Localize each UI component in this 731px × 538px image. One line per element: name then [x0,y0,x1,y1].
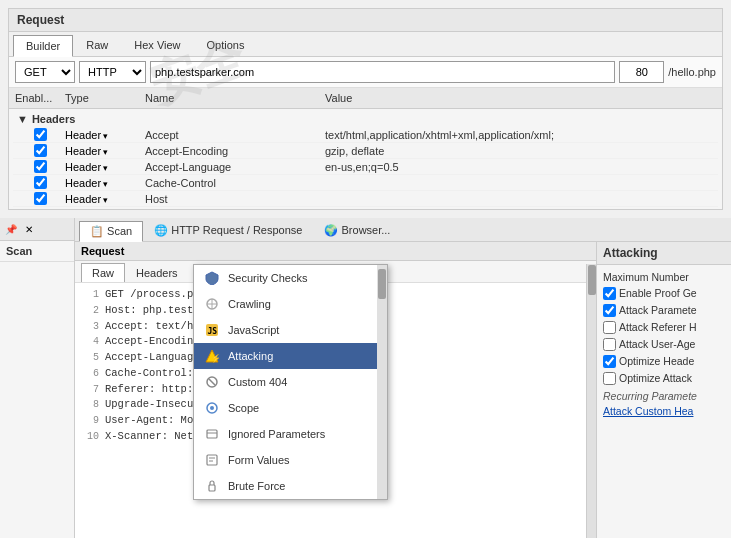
dropdown-menu: Security Checks Crawling JS J [193,264,388,500]
enable-proof-checkbox[interactable] [603,287,616,300]
svg-text:JS: JS [208,327,218,336]
attack-referer-row: Attack Referer H [603,319,725,336]
tab-raw[interactable]: Raw [73,34,121,56]
panel-title: Request [17,13,64,27]
optimize-header-checkbox[interactable] [603,355,616,368]
request-subpanel-header: Request [75,242,596,261]
sub-tab-raw[interactable]: Raw [81,263,125,282]
dropdown-item-ignored-parameters[interactable]: Ignored Parameters [194,421,387,447]
svg-rect-13 [207,455,217,465]
scrollbar[interactable] [586,264,596,538]
panel-header: Request [9,9,722,32]
optimize-attack-row: Optimize Attack [603,370,725,387]
dropdown-item-brute-force[interactable]: Brute Force [194,473,387,499]
name-cell-0: Accept [145,129,325,141]
table-header: Enabl... Type Name Value [9,88,722,109]
col-enabled: Enabl... [13,90,63,106]
table-row: Header Cache-Control [13,175,718,191]
tab-hexview[interactable]: Hex View [121,34,193,56]
dropdown-item-security-checks[interactable]: Security Checks [194,265,387,291]
scan-sidebar-label: Scan [0,241,74,262]
header-checkbox-3[interactable] [34,176,47,189]
table-row: Header Host [13,191,718,207]
attack-parameter-row: Attack Paramete [603,302,725,319]
type-cell-0: Header [65,129,145,141]
type-cell-4: Header [65,193,145,205]
svg-line-8 [209,379,215,385]
custom404-icon [204,374,220,390]
table-row: Header Accept-Language en-us,en;q=0.5 [13,159,718,175]
dropdown-item-crawling[interactable]: Crawling [194,291,387,317]
dropdown-item-custom404[interactable]: Custom 404 [194,369,387,395]
value-cell-2: en-us,en;q=0.5 [325,161,716,173]
top-request-panel: Request Builder Raw Hex View Options GET… [8,8,723,210]
attack-referer-checkbox[interactable] [603,321,616,334]
tab-http-request-response[interactable]: 🌐 HTTP Request / Response [143,220,313,241]
header-checkbox-2[interactable] [34,160,47,173]
pin-icon[interactable]: 📌 [3,221,19,237]
col-name: Name [143,90,323,106]
close-scan-icon[interactable]: ✕ [21,221,37,237]
max-number-label: Maximum Number [603,269,725,285]
type-cell-1: Header [65,145,145,157]
dropdown-item-scope[interactable]: Scope [194,395,387,421]
header-checkbox-4[interactable] [34,192,47,205]
top-tab-bar: Builder Raw Hex View Options [9,32,722,57]
tab-options[interactable]: Options [194,34,258,56]
arrow-icon-4[interactable] [103,193,108,205]
svg-rect-11 [207,430,217,438]
svg-point-10 [210,406,214,410]
sub-tab-headers[interactable]: Headers [125,263,189,282]
arrow-icon-2[interactable] [103,161,108,173]
attack-icon: ⚡ [204,348,220,364]
scope-icon [204,400,220,416]
scan-sidebar: 📌 ✕ Scan [0,218,75,538]
dropdown-scrollbar[interactable] [377,265,387,499]
dropdown-item-javascript[interactable]: JS JavaScript [194,317,387,343]
col-value: Value [323,90,718,106]
scan-toolbar: 📌 ✕ [0,218,74,241]
dropdown-item-form-values[interactable]: Form Values [194,447,387,473]
arrow-icon-3[interactable] [103,177,108,189]
attack-useragent-checkbox[interactable] [603,338,616,351]
attack-parameter-checkbox[interactable] [603,304,616,317]
method-select[interactable]: GET POST [15,61,75,83]
attack-useragent-row: Attack User-Age [603,336,725,353]
header-checkbox-1[interactable] [34,144,47,157]
path-label: /hello.php [668,66,716,78]
table-row: Header Accept text/html,application/xhtm… [13,127,718,143]
proto-select[interactable]: HTTP HTTPS [79,61,146,83]
header-checkbox-0[interactable] [34,128,47,141]
scrollbar-thumb [588,265,596,295]
form-icon [204,452,220,468]
right-panel-header: Attacking [597,242,731,265]
tab-scan[interactable]: 📋 Scan [79,221,143,242]
main-container: Request Builder Raw Hex View Options GET… [0,0,731,538]
url-input[interactable] [150,61,615,83]
tab-browser[interactable]: 🌍 Browser... [313,220,401,241]
type-cell-2: Header [65,161,145,173]
brute-icon [204,478,220,494]
crawl-icon [204,296,220,312]
port-input[interactable] [619,61,664,83]
table-row: Header Accept-Encoding gzip, deflate [13,143,718,159]
tab-builder[interactable]: Builder [13,35,73,57]
right-panel: Attacking Maximum Number Enable Proof Ge… [596,242,731,538]
headers-section: ▼ Headers Header Accept text/html,applic… [9,109,722,209]
optimize-attack-checkbox[interactable] [603,372,616,385]
name-cell-2: Accept-Language [145,161,325,173]
js-icon: JS [204,322,220,338]
enable-proof-row: Enable Proof Ge [603,285,725,302]
name-cell-4: Host [145,193,325,205]
recurring-label: Recurring Paramete [603,387,725,403]
arrow-icon-0[interactable] [103,129,108,141]
dropdown-scrollbar-thumb [378,269,386,299]
col-type: Type [63,90,143,106]
dropdown-item-attacking[interactable]: ⚡ Attacking [194,343,387,369]
attack-custom-header-link[interactable]: Attack Custom Hea [603,403,725,419]
value-cell-0: text/html,application/xhtml+xml,applicat… [325,129,716,141]
request-toolbar: GET POST HTTP HTTPS /hello.php [9,57,722,88]
optimize-header-row: Optimize Heade [603,353,725,370]
svg-text:⚡: ⚡ [211,353,220,363]
arrow-icon-1[interactable] [103,145,108,157]
